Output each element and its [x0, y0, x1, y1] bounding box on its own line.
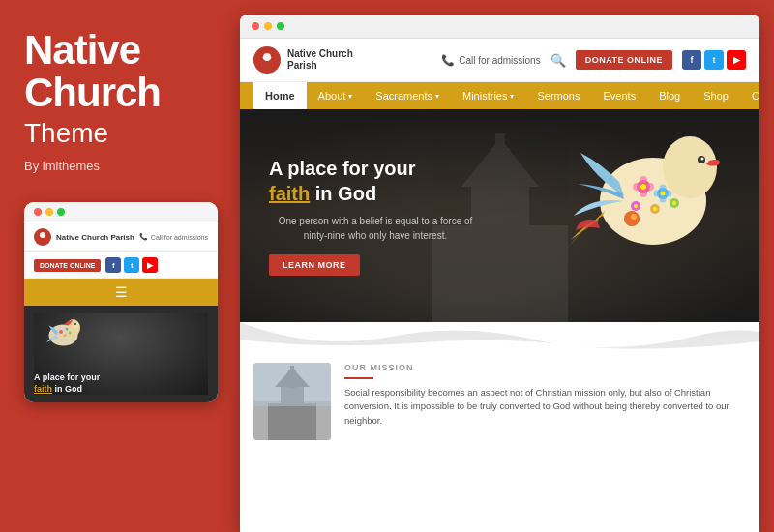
theme-subtitle: Theme: [24, 118, 216, 149]
svg-point-8: [69, 332, 72, 335]
svg-point-30: [660, 196, 667, 203]
svg-point-17: [663, 136, 717, 198]
desktop-facebook-icon[interactable]: f: [682, 50, 701, 70]
desktop-logo: Native Church Parish: [253, 46, 353, 74]
mobile-social-icons: f t ▶: [105, 257, 158, 273]
left-panel: Native Church Theme By imithemes Native …: [0, 0, 240, 532]
nav-item-ministries[interactable]: Ministries ▾: [451, 82, 525, 109]
mobile-header: Native Church Parish 📞 Call for admissio…: [24, 222, 218, 252]
nav-item-events[interactable]: Events: [592, 82, 648, 109]
mobile-phone: 📞 Call for admissions: [139, 233, 208, 241]
nav-item-about[interactable]: About ▾: [307, 82, 365, 109]
search-icon[interactable]: 🔍: [551, 53, 566, 68]
mobile-donate-button[interactable]: DONATE ONLINE: [34, 259, 101, 272]
svg-point-27: [654, 191, 661, 197]
mobile-hero-line1: A place for your: [34, 372, 100, 384]
desktop-browser-bar: [240, 15, 759, 39]
ministries-chevron-icon: ▾: [510, 92, 514, 101]
desktop-logo-text: Native Church Parish: [287, 48, 353, 72]
mission-label: OUR MISSION: [344, 363, 746, 372]
svg-point-23: [640, 176, 647, 184]
mission-image: [253, 363, 331, 440]
hero-faith-word: faith: [269, 183, 310, 204]
desktop-header-right: 📞 Call for admissions 🔍 DONATE ONLINE f …: [441, 50, 746, 70]
dot-green: [57, 208, 65, 216]
nav-item-home[interactable]: Home: [253, 82, 307, 109]
hero-title-line1: A place for your: [269, 158, 416, 179]
desktop-dot-green: [277, 22, 284, 30]
desktop-phone-label: Call for admissions: [459, 55, 540, 66]
mobile-browser-bar: [24, 202, 218, 222]
about-chevron-icon: ▾: [348, 92, 352, 101]
desktop-dot-yellow: [264, 22, 272, 30]
nav-item-sacraments[interactable]: Sacraments ▾: [364, 82, 451, 109]
desktop-phone: 📞 Call for admissions: [441, 54, 540, 67]
nav-item-contacts[interactable]: Contacts: [740, 82, 759, 109]
title-line2: Church: [24, 70, 161, 115]
mobile-preview: Native Church Parish 📞 Call for admissio…: [24, 202, 218, 402]
sacraments-chevron-icon: ▾: [435, 92, 439, 101]
svg-point-22: [646, 183, 654, 191]
mobile-hero: A place for your faith in God: [24, 306, 218, 402]
desktop-logo-icon: [253, 46, 281, 74]
hero-bird-illustration: [566, 124, 740, 282]
desktop-nav: Home About ▾ Sacraments ▾ Ministries ▾ S…: [240, 82, 759, 109]
theme-title: Native Church Theme: [24, 29, 216, 149]
hamburger-icon[interactable]: ☰: [115, 284, 128, 300]
mobile-hero-line2: in God: [55, 384, 83, 394]
mission-section: OUR MISSION Social responsibility become…: [240, 351, 759, 452]
mission-divider: [344, 377, 373, 379]
twitter-icon[interactable]: t: [124, 257, 139, 273]
svg-point-33: [653, 207, 657, 211]
wave-separator: [240, 322, 759, 351]
svg-rect-46: [268, 403, 283, 440]
svg-point-6: [66, 328, 69, 331]
desktop-donate-button[interactable]: DONATE ONLINE: [576, 50, 672, 70]
svg-point-31: [661, 192, 666, 196]
hero-subtitle: One person with a belief is equal to a f…: [269, 214, 482, 243]
svg-point-4: [74, 323, 76, 325]
youtube-icon[interactable]: ▶: [142, 257, 158, 273]
svg-point-39: [631, 214, 637, 220]
svg-point-29: [660, 185, 667, 192]
desktop-dot-red: [252, 22, 259, 30]
svg-point-28: [666, 191, 672, 197]
mobile-faith-word: faith: [34, 384, 52, 394]
nav-item-shop[interactable]: Shop: [692, 82, 740, 109]
desktop-youtube-icon[interactable]: ▶: [727, 50, 746, 70]
svg-point-5: [59, 330, 63, 334]
mobile-bird-icon: [42, 318, 85, 361]
mobile-logo-icon: [34, 228, 51, 246]
svg-rect-13: [495, 133, 505, 153]
theme-author: By imithemes: [24, 159, 216, 173]
desktop-hero: A place for your faith in God One person…: [240, 109, 759, 322]
desktop-header: Native Church Parish 📞 Call for admissio…: [240, 39, 759, 82]
mobile-hero-text: A place for your faith in God: [34, 372, 100, 395]
svg-point-24: [640, 190, 647, 197]
svg-point-37: [634, 204, 638, 208]
nav-item-sermons[interactable]: Sermons: [525, 82, 591, 109]
nav-item-blog[interactable]: Blog: [647, 82, 692, 109]
desktop-social-icons: f t ▶: [682, 50, 746, 70]
dot-yellow: [45, 208, 53, 216]
svg-point-7: [64, 334, 67, 337]
mobile-menu-bar: ☰: [24, 279, 218, 306]
mobile-hero-faith-line: faith in God: [34, 384, 100, 396]
svg-rect-47: [301, 403, 316, 440]
mobile-actions: DONATE ONLINE f t ▶: [24, 252, 218, 279]
svg-point-25: [640, 184, 646, 190]
dot-red: [34, 208, 42, 216]
desktop-twitter-icon[interactable]: t: [704, 50, 724, 70]
svg-point-21: [633, 183, 640, 191]
mobile-logo-text: Native Church Parish: [56, 233, 134, 242]
hero-title-suffix: in God: [315, 183, 376, 204]
desktop-preview: Native Church Parish 📞 Call for admissio…: [240, 15, 759, 532]
svg-point-35: [672, 201, 676, 205]
svg-rect-48: [253, 363, 331, 406]
facebook-icon[interactable]: f: [105, 257, 121, 273]
learn-more-button[interactable]: LEARN MORE: [269, 254, 360, 276]
mission-text: OUR MISSION Social responsibility become…: [344, 363, 746, 428]
title-line1: Native: [24, 27, 140, 73]
svg-point-19: [701, 158, 704, 161]
mobile-logo: Native Church Parish: [34, 228, 134, 246]
